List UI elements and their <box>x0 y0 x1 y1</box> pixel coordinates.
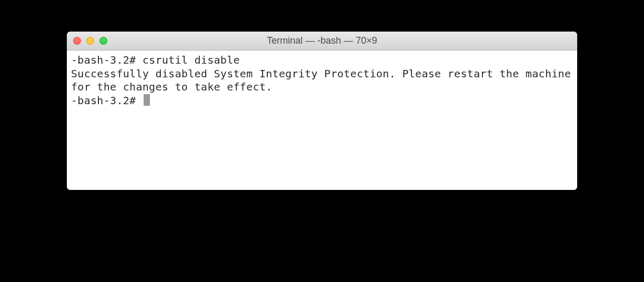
close-icon[interactable] <box>73 37 81 45</box>
maximize-icon[interactable] <box>99 37 107 45</box>
terminal-window: Terminal — -bash — 70×9 -bash-3.2# csrut… <box>67 32 577 190</box>
cursor-icon <box>144 94 150 106</box>
prompt-text: -bash-3.2# <box>71 94 143 107</box>
window-title: Terminal — -bash — 70×9 <box>67 35 577 46</box>
window-titlebar[interactable]: Terminal — -bash — 70×9 <box>67 32 577 51</box>
minimize-icon[interactable] <box>86 37 94 45</box>
terminal-line-prompt: -bash-3.2# <box>71 94 573 108</box>
terminal-line-command: -bash-3.2# csrutil disable <box>71 54 573 67</box>
terminal-line-output: Successfully disabled System Integrity P… <box>71 67 573 94</box>
traffic-lights <box>67 37 107 45</box>
terminal-content[interactable]: -bash-3.2# csrutil disable Successfully … <box>67 51 577 190</box>
